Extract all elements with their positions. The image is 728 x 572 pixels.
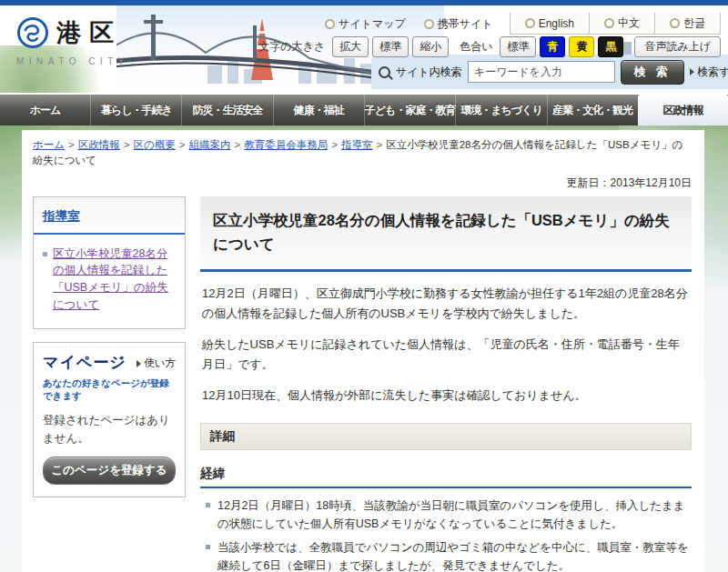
arrow-icon — [690, 68, 694, 75]
sidebar-section-header: 指導室 — [34, 197, 185, 235]
sidebar-article-link[interactable]: 区立小学校児童28名分の個人情報を記録した「USBメモリ」の紛失について — [53, 247, 168, 311]
list-item: 当該小学校では、全教職員でパソコンの周辺やゴミ箱の中などを中心に、職員室・教室等… — [206, 539, 692, 572]
english-label: English — [539, 17, 574, 30]
article-paragraph: 紛失したUSBメモリに記録されていた個人情報は、「児童の氏名・住所・電話番号・生… — [202, 335, 690, 374]
nav-item-kankyo[interactable]: 環境・まちづくり — [455, 95, 546, 125]
breadcrumb-link-kusei[interactable]: 区政情報 — [78, 139, 120, 150]
font-smaller-button[interactable]: 縮小 — [412, 36, 449, 57]
radio-bullet-icon — [424, 19, 434, 29]
breadcrumb-separator: > — [376, 139, 382, 150]
font-larger-button[interactable]: 拡大 — [332, 36, 369, 57]
logo-romaji: MINATO CITY — [16, 56, 180, 66]
breadcrumb-link-soshiki[interactable]: 組織案内 — [188, 139, 230, 150]
korean-label: 한글 — [683, 15, 705, 31]
site-search-bar: サイト内検索 検 索 検索するには — [371, 55, 728, 89]
radio-bullet-icon — [670, 18, 680, 28]
chinese-label: 中文 — [618, 15, 640, 31]
list-item: 区立小学校児童28名分の個人情報を記録した「USBメモリ」の紛失について — [43, 246, 177, 314]
breadcrumb-link-gaiyo[interactable]: 区の概要 — [133, 139, 175, 150]
arrow-icon — [136, 360, 141, 367]
mypage-howto-link[interactable]: 使い方 — [136, 356, 176, 370]
font-normal-button[interactable]: 標準 — [372, 36, 409, 57]
color-yellow-button[interactable]: 黄 — [569, 36, 594, 57]
section-header-detail: 詳細 — [200, 423, 692, 450]
mypage-empty-message: 登録されたページはありません。 — [43, 411, 176, 447]
radio-bullet-icon — [325, 19, 335, 29]
site-header: 港区 MINATO CITY サイトマップ 携帯サイト English 中文 한… — [0, 5, 728, 93]
nav-item-sangyo[interactable]: 産業・文化・観光 — [547, 95, 638, 125]
breadcrumb-link-shido[interactable]: 指導室 — [341, 139, 373, 150]
sidebar: 指導室 区立小学校児童28名分の個人情報を記録した「USBメモリ」の紛失について… — [33, 196, 186, 497]
list-item: 12月2日（月曜日）18時頃、当該教諭が当日朝に職員室のパソコンを使用し、挿入し… — [206, 497, 692, 533]
nav-item-kenko[interactable]: 健康・福祉 — [273, 95, 364, 125]
global-nav: ホーム 暮らし・手続き 防災・生活安全 健康・福祉 子ども・家庭・教育 環境・ま… — [0, 95, 728, 125]
site-logo[interactable]: 港区 MINATO CITY — [16, 16, 180, 66]
breadcrumb-link-kyoiku[interactable]: 教育委員会事務局 — [244, 139, 328, 150]
sidebar-link-list: 区立小学校児童28名分の個人情報を記録した「USBメモリ」の紛失について — [34, 235, 185, 328]
nav-item-kurashi[interactable]: 暮らし・手続き — [90, 95, 181, 125]
search-button[interactable]: 検 索 — [621, 60, 684, 85]
logo-kanji: 港区 — [56, 16, 122, 49]
minato-city-page: 港区 MINATO CITY サイトマップ 携帯サイト English 中文 한… — [0, 0, 728, 572]
mypage-howto-label: 使い方 — [144, 356, 176, 370]
color-blue-button[interactable]: 青 — [540, 36, 565, 57]
register-page-button[interactable]: このページを登録する — [43, 457, 176, 485]
chinese-link[interactable]: 中文 — [589, 13, 654, 34]
radio-bullet-icon — [604, 18, 614, 28]
sidebar-section-link[interactable]: 指導室 — [43, 209, 80, 223]
nav-item-bousai[interactable]: 防災・生活安全 — [181, 95, 272, 125]
breadcrumb-separator: > — [179, 139, 186, 150]
color-black-button[interactable]: 黒 — [598, 36, 623, 57]
article-paragraph: 12月10日現在、個人情報が外部に流失した事実は確認しておりません。 — [202, 386, 690, 405]
mobile-site-link[interactable]: 携帯サイト — [415, 13, 502, 35]
accessibility-controls-row: 文字の大きさ 拡大 標準 縮小 色合い 標準 青 黄 黒 音声読み上げ — [258, 36, 721, 57]
color-scheme-label: 色合い — [460, 39, 492, 55]
section-header-history: 経緯 — [200, 466, 692, 488]
text-to-speech-button[interactable]: 音声読み上げ — [634, 36, 721, 57]
sitemap-link[interactable]: サイトマップ — [316, 13, 415, 35]
content-columns: 指導室 区立小学校児童28名分の個人情報を記録した「USBメモリ」の紛失について… — [33, 196, 692, 572]
minato-emblem-icon — [16, 16, 49, 49]
radio-bullet-icon — [525, 18, 535, 28]
nav-item-kusei-active[interactable]: 区政情報 — [638, 95, 728, 125]
font-size-label: 文字の大きさ — [258, 39, 325, 55]
search-help-link[interactable]: 検索するには — [690, 65, 728, 80]
language-switcher: English 中文 한글 — [510, 13, 721, 35]
sidebar-section-box: 指導室 区立小学校児童28名分の個人情報を記録した「USBメモリ」の紛失について — [33, 196, 186, 329]
nav-item-kodomo[interactable]: 子ども・家庭・教育 — [364, 95, 456, 125]
breadcrumb-separator: > — [331, 139, 338, 150]
search-input[interactable] — [468, 61, 615, 83]
utility-links-row: サイトマップ 携帯サイト English 中文 한글 — [316, 13, 721, 35]
sitemap-label: サイトマップ — [339, 16, 406, 32]
breadcrumb-separator: > — [68, 139, 75, 150]
article: 区立小学校児童28名分の個人情報を記録した「USBメモリ」の紛失について 12月… — [200, 196, 692, 572]
nav-item-home[interactable]: ホーム — [0, 95, 90, 125]
korean-link[interactable]: 한글 — [654, 13, 721, 34]
breadcrumb-separator: > — [124, 139, 130, 150]
breadcrumb-separator: > — [234, 139, 240, 150]
breadcrumb-link-home[interactable]: ホーム — [33, 139, 65, 150]
search-label: サイト内検索 — [396, 65, 462, 80]
search-help-label: 検索するには — [697, 65, 728, 80]
color-normal-button[interactable]: 標準 — [500, 36, 536, 57]
updated-date: 更新日：2013年12月10日 — [33, 176, 692, 191]
timeline-list: 12月2日（月曜日）18時頃、当該教諭が当日朝に職員室のパソコンを使用し、挿入し… — [200, 497, 692, 572]
mypage-description: あなたの好きなページが登録できます — [43, 377, 176, 403]
article-paragraph: 12月2日（月曜日）、区立御成門小学校に勤務する女性教諭が担任する1年2組の児童… — [202, 284, 690, 323]
breadcrumb: ホーム>区政情報>区の概要>組織案内>教育委員会事務局>指導室>区立小学校児童2… — [33, 137, 692, 169]
english-link[interactable]: English — [510, 13, 589, 34]
content-panel: ホーム>区政情報>区の概要>組織案内>教育委員会事務局>指導室>区立小学校児童2… — [22, 130, 704, 572]
mypage-title: マイページ — [43, 352, 126, 373]
mypage-box: マイページ 使い方 あなたの好きなページが登録できます 登録されたページはありま… — [33, 342, 186, 497]
search-icon — [379, 66, 390, 78]
mobile-label: 携帯サイト — [438, 16, 493, 32]
page-title: 区立小学校児童28名分の個人情報を記録した「USBメモリ」の紛失について — [200, 196, 692, 273]
